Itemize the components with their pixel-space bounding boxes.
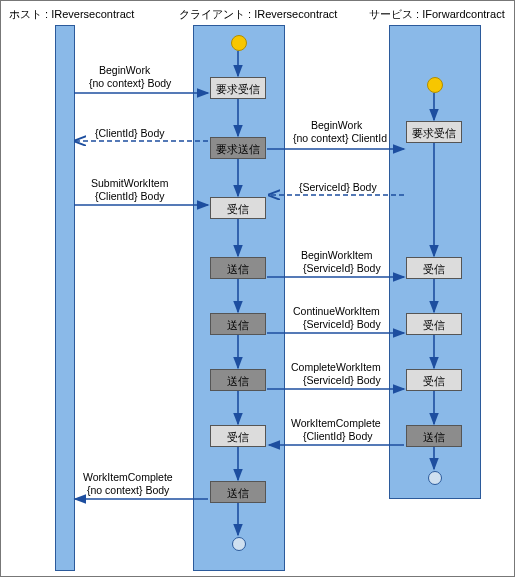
service-box-5: 送信 xyxy=(406,425,462,447)
service-box-3: 受信 xyxy=(406,313,462,335)
client-box-5: 送信 xyxy=(210,313,266,335)
msg-workitemcomplete-hx: {no context} Body xyxy=(87,484,169,497)
service-box-4: 受信 xyxy=(406,369,462,391)
header-service: サービス : IForwardcontract xyxy=(369,7,505,22)
msg-submit-ctx: {ClientId} Body xyxy=(95,190,164,203)
lifeline-host xyxy=(55,25,75,571)
msg-continueworkitem: ContinueWorkItem xyxy=(293,305,380,318)
msg-workitemcomplete-x: {ClientId} Body xyxy=(303,430,372,443)
msg-continueworkitem-x: {ServiceId} Body xyxy=(303,318,381,331)
client-box-3: 受信 xyxy=(210,197,266,219)
sequence-diagram: ホスト : IReversecontract クライアント : IReverse… xyxy=(0,0,515,577)
client-box-6: 送信 xyxy=(210,369,266,391)
msg-workitemcomplete: WorkItemComplete xyxy=(291,417,381,430)
client-box-4: 送信 xyxy=(210,257,266,279)
end-icon xyxy=(428,471,442,485)
msg-serviceid-body: {ServiceId} Body xyxy=(299,181,377,194)
end-icon xyxy=(232,537,246,551)
msg-submitworkitem: SubmitWorkItem xyxy=(91,177,168,190)
msg-workitemcomplete-h: WorkItemComplete xyxy=(83,471,173,484)
msg-beginwork: BeginWork xyxy=(99,64,150,77)
start-icon xyxy=(231,35,247,51)
client-box-7: 受信 xyxy=(210,425,266,447)
msg-beginwork-sx: {no context} ClientId xyxy=(293,132,387,145)
msg-completeworkitem-x: {ServiceId} Body xyxy=(303,374,381,387)
msg-beginworkitem: BeginWorkItem xyxy=(301,249,373,262)
client-box-2: 要求送信 xyxy=(210,137,266,159)
header-client: クライアント : IReversecontract xyxy=(179,7,337,22)
header-host: ホスト : IReversecontract xyxy=(9,7,134,22)
service-box-2: 受信 xyxy=(406,257,462,279)
client-box-1: 要求受信 xyxy=(210,77,266,99)
msg-beginwork-ctx: {no context} Body xyxy=(89,77,171,90)
msg-completeworkitem: CompleteWorkItem xyxy=(291,361,381,374)
msg-clientid-body: {ClientId} Body xyxy=(95,127,164,140)
start-icon xyxy=(427,77,443,93)
msg-beginwork-s: BeginWork xyxy=(311,119,362,132)
msg-beginworkitem-x: {ServiceId} Body xyxy=(303,262,381,275)
service-box-1: 要求受信 xyxy=(406,121,462,143)
client-box-8: 送信 xyxy=(210,481,266,503)
